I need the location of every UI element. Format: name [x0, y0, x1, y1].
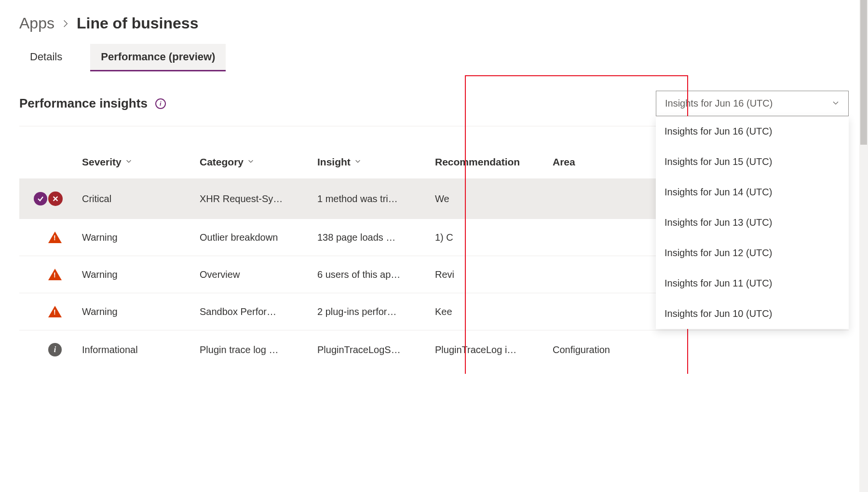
- cell-severity: Warning: [82, 306, 200, 317]
- cell-insight: 6 users of this ap…: [317, 269, 435, 280]
- column-header-area[interactable]: Area: [553, 156, 670, 168]
- cell-insight: 1 method was tri…: [317, 193, 435, 205]
- dropdown-option[interactable]: Insights for Jun 13 (UTC): [656, 207, 849, 238]
- cell-severity: Warning: [82, 232, 200, 243]
- dropdown-option[interactable]: Insights for Jun 10 (UTC): [656, 299, 849, 329]
- breadcrumb: Apps Line of business: [19, 14, 849, 32]
- dropdown-option[interactable]: Insights for Jun 11 (UTC): [656, 268, 849, 299]
- cell-category: Outlier breakdown: [200, 232, 317, 243]
- severity-info-icon: i: [48, 343, 62, 356]
- chevron-down-icon: [354, 158, 361, 166]
- cell-recommendation: Revi: [435, 269, 553, 280]
- severity-warning-icon: [48, 306, 62, 317]
- cell-recommendation: 1) C: [435, 232, 553, 243]
- chevron-down-icon: [125, 158, 132, 166]
- cell-severity: Warning: [82, 269, 200, 280]
- cell-recommendation: PluginTraceLog i…: [435, 344, 553, 355]
- column-header-category[interactable]: Category: [200, 156, 317, 168]
- info-icon[interactable]: i: [155, 98, 166, 109]
- breadcrumb-current: Line of business: [77, 14, 198, 32]
- tab-performance[interactable]: Performance (preview): [90, 44, 226, 71]
- cell-category: Sandbox Perfor…: [200, 306, 317, 317]
- cell-category: Plugin trace log …: [200, 344, 317, 355]
- cell-category: Overview: [200, 269, 317, 280]
- cell-insight: PluginTraceLogS…: [317, 344, 435, 355]
- cell-recommendation: We: [435, 193, 553, 205]
- table-row[interactable]: i Informational Plugin trace log … Plugi…: [19, 330, 849, 359]
- section-title: Performance insights: [19, 96, 148, 111]
- severity-warning-icon: [48, 232, 62, 243]
- cell-severity: Informational: [82, 344, 200, 355]
- dropdown-option[interactable]: Insights for Jun 15 (UTC): [656, 147, 849, 177]
- date-dropdown[interactable]: Insights for Jun 16 (UTC): [656, 91, 849, 116]
- cell-insight: 138 page loads …: [317, 232, 435, 243]
- column-header-severity[interactable]: Severity: [82, 156, 200, 168]
- chevron-down-icon: [832, 98, 840, 109]
- breadcrumb-prev[interactable]: Apps: [19, 14, 54, 32]
- scrollbar-thumb[interactable]: [860, 0, 867, 145]
- severity-critical-icon: [48, 191, 63, 206]
- cell-insight: 2 plug-ins perfor…: [317, 306, 435, 317]
- tab-details[interactable]: Details: [19, 44, 73, 71]
- cell-category: XHR Request-Sy…: [200, 193, 317, 205]
- dropdown-option[interactable]: Insights for Jun 12 (UTC): [656, 238, 849, 268]
- dropdown-option[interactable]: Insights for Jun 16 (UTC): [656, 116, 849, 147]
- column-header-recommendation[interactable]: Recommendation: [435, 156, 553, 168]
- chevron-right-icon: [61, 16, 70, 31]
- tabs: Details Performance (preview): [19, 44, 849, 71]
- cell-severity: Critical: [82, 193, 200, 205]
- dropdown-option[interactable]: Insights for Jun 14 (UTC): [656, 177, 849, 207]
- row-selected-icon[interactable]: [34, 192, 47, 205]
- column-header-insight[interactable]: Insight: [317, 156, 435, 168]
- scrollbar[interactable]: [859, 0, 868, 374]
- cell-area: Configuration: [553, 344, 670, 355]
- cell-recommendation: Kee: [435, 306, 553, 317]
- dropdown-list: Insights for Jun 16 (UTC) Insights for J…: [656, 116, 849, 329]
- severity-warning-icon: [48, 269, 62, 280]
- dropdown-selected-label: Insights for Jun 16 (UTC): [665, 98, 773, 109]
- chevron-down-icon: [247, 158, 254, 166]
